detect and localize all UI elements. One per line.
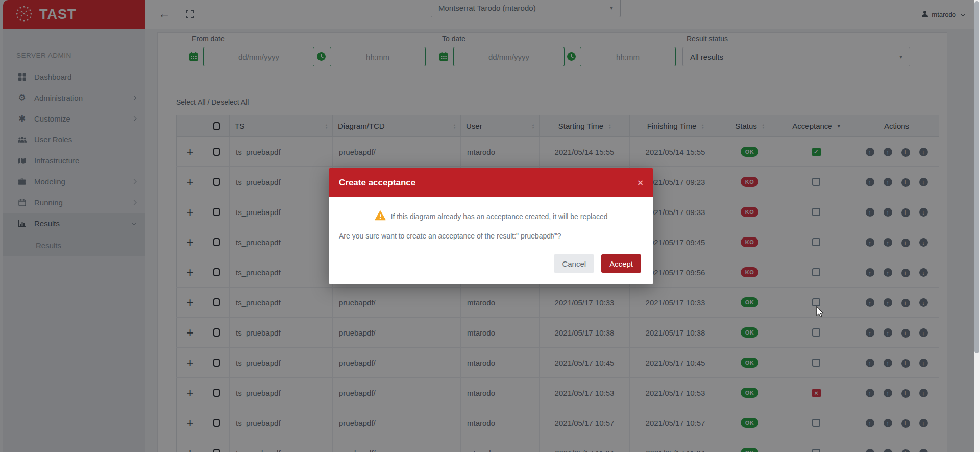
- modal-footer: Cancel Accept: [329, 240, 653, 284]
- warning-triangle-icon: [375, 210, 386, 222]
- close-icon[interactable]: ×: [638, 177, 643, 188]
- modal-question-text: Are you sure want to create an acceptanc…: [339, 232, 643, 240]
- modal-header: Create acceptance ×: [329, 168, 653, 197]
- app-root: TAST SERVER ADMIN Dashboard⚙Administrati…: [0, 0, 980, 452]
- modal-title: Create acceptance: [339, 178, 415, 188]
- modal-body: If this diagram already has an acceptanc…: [329, 197, 653, 240]
- cancel-button[interactable]: Cancel: [554, 254, 594, 273]
- create-acceptance-modal: Create acceptance × If this diagram alre…: [329, 168, 653, 284]
- scrollbar-thumb[interactable]: [974, 1, 979, 353]
- accept-button[interactable]: Accept: [601, 254, 641, 273]
- scrollbar-track[interactable]: [974, 0, 980, 452]
- modal-warning-text: If this diagram already has an acceptanc…: [391, 212, 608, 221]
